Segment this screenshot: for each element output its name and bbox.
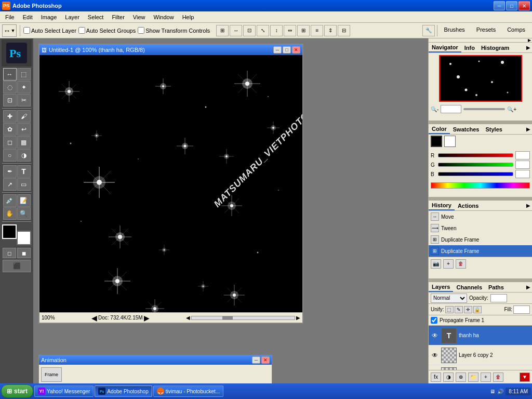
- lock-position[interactable]: ✛: [464, 306, 472, 313]
- auto-select-layer-checkbox[interactable]: Auto Select Layer: [23, 27, 76, 34]
- transform-icon-3[interactable]: ⊡: [243, 25, 256, 36]
- menu-layer[interactable]: Layer: [61, 13, 84, 21]
- history-new-state[interactable]: +: [443, 259, 454, 269]
- history-item-tween[interactable]: ⟿ Tween: [429, 222, 532, 234]
- layer-fx-btn[interactable]: fx: [431, 373, 441, 382]
- transform-icon-4[interactable]: ⤡: [257, 25, 269, 36]
- layers-panel-arrow[interactable]: ▶: [525, 284, 532, 291]
- transform-icon-9[interactable]: ⇕: [324, 25, 337, 36]
- tab-histogram[interactable]: Histogram: [478, 44, 512, 52]
- tab-styles[interactable]: Styles: [482, 125, 505, 134]
- color-background-swatch[interactable]: [444, 136, 456, 147]
- show-transform-checkbox[interactable]: Show Transform Controls: [138, 27, 210, 34]
- history-item-move[interactable]: ↔ Move: [429, 211, 532, 222]
- navigator-panel-arrow[interactable]: ▶: [525, 44, 532, 51]
- start-button[interactable]: ⊞ start: [1, 384, 33, 398]
- lock-pixels[interactable]: ✎: [455, 306, 463, 313]
- foreground-color[interactable]: [2, 224, 17, 239]
- layer-new-btn[interactable]: +: [481, 373, 491, 382]
- tab-channels[interactable]: Channels: [453, 283, 485, 291]
- comps-panel-btn[interactable]: Comps: [502, 25, 530, 36]
- layer-eye-thanh-ha[interactable]: 👁: [431, 331, 439, 340]
- crop-tool[interactable]: ⊡: [3, 94, 17, 107]
- menu-image[interactable]: Image: [37, 13, 61, 21]
- tab-info[interactable]: Info: [461, 44, 478, 52]
- menu-help[interactable]: Help: [178, 13, 198, 21]
- layers-scroll-down[interactable]: ▼: [520, 373, 530, 382]
- minimize-button[interactable]: ─: [494, 1, 505, 10]
- history-item-dup2[interactable]: ⊞ Duplicate Frame: [429, 245, 532, 257]
- blur-tool[interactable]: ○: [3, 149, 17, 162]
- zoom-tool[interactable]: 🔍: [17, 207, 31, 220]
- r-slider[interactable]: [438, 153, 513, 157]
- layer-item-thanh-ha[interactable]: 👁 T thanh ha: [429, 326, 532, 345]
- tab-swatches[interactable]: Swatches: [450, 125, 483, 134]
- b-value[interactable]: 255: [515, 170, 530, 178]
- tool-preset-button[interactable]: ↔ ▼: [2, 24, 17, 37]
- lasso-tool[interactable]: ◌: [3, 81, 17, 94]
- propagate-checkbox[interactable]: [431, 317, 437, 324]
- color-panel-arrow[interactable]: ▶: [525, 126, 532, 133]
- background-color[interactable]: [17, 231, 31, 245]
- menu-file[interactable]: File: [1, 13, 19, 21]
- color-spectrum[interactable]: [431, 182, 530, 189]
- layer-eye-copy2[interactable]: 👁: [431, 351, 439, 360]
- document-canvas[interactable]: MATSUMARU_VIETPHOTOSHOP: [39, 55, 302, 312]
- gradient-tool[interactable]: ▦: [17, 136, 31, 149]
- transform-icon-1[interactable]: ⊞: [216, 25, 229, 36]
- screen-mode[interactable]: ⬛: [3, 260, 31, 272]
- dodge-tool[interactable]: ◑: [17, 149, 31, 162]
- color-foreground-swatch[interactable]: [431, 136, 442, 147]
- layer-adjustment-btn[interactable]: ⊕: [456, 373, 466, 382]
- notes-tool[interactable]: 📝: [17, 194, 31, 207]
- transform-icon-10[interactable]: ⊟: [338, 25, 350, 36]
- nav-zoom-out[interactable]: 🔍-: [431, 107, 438, 112]
- menu-select[interactable]: Select: [84, 13, 108, 21]
- doc-close[interactable]: ✕: [292, 46, 300, 54]
- tab-navigator[interactable]: Navigator: [429, 43, 461, 52]
- brushes-panel-btn[interactable]: Brushes: [440, 25, 470, 36]
- hand-tool[interactable]: ✋: [3, 207, 17, 220]
- text-tool[interactable]: T: [17, 165, 31, 178]
- magic-wand[interactable]: ✦: [17, 81, 31, 94]
- g-value[interactable]: 255: [515, 161, 530, 169]
- clone-stamp[interactable]: ✿: [3, 123, 17, 136]
- history-panel-arrow[interactable]: ▶: [525, 202, 532, 209]
- g-slider[interactable]: [438, 163, 513, 167]
- b-slider[interactable]: [438, 172, 513, 176]
- doc-minimize[interactable]: ─: [273, 46, 282, 54]
- slice-tool[interactable]: ✂: [17, 94, 31, 107]
- history-brush[interactable]: ↩: [17, 123, 31, 136]
- quick-mask-mode[interactable]: ◼: [17, 248, 31, 258]
- fill-input[interactable]: 100%: [513, 305, 530, 314]
- tab-layers[interactable]: Layers: [429, 283, 453, 292]
- r-value[interactable]: 255: [515, 151, 530, 159]
- tab-actions[interactable]: Actions: [455, 202, 482, 210]
- layer-item-copy[interactable]: 👁 Layer 6 copy: [429, 365, 532, 370]
- marquee-tool[interactable]: ⬚: [17, 68, 31, 81]
- move-tool[interactable]: ↔: [3, 68, 17, 81]
- auto-select-groups-checkbox[interactable]: Auto Select Groups: [78, 27, 136, 34]
- anim-close[interactable]: ✕: [261, 356, 270, 364]
- history-item-dup1[interactable]: ⊞ Duplicate Frame: [429, 234, 532, 245]
- transform-icon-2[interactable]: ↔: [230, 25, 242, 36]
- shape-tool[interactable]: ▭: [17, 178, 31, 191]
- eyedropper-tool[interactable]: 💉: [3, 194, 17, 207]
- menu-edit[interactable]: Edit: [19, 13, 37, 21]
- layer-group-btn[interactable]: 📁: [468, 373, 478, 382]
- tab-paths[interactable]: Paths: [485, 283, 507, 291]
- doc-maximize[interactable]: □: [283, 46, 291, 54]
- brush-tool[interactable]: 🖌: [17, 110, 31, 123]
- opacity-input[interactable]: 100%: [490, 294, 507, 302]
- taskbar-yahoo[interactable]: Y! Yahoo! Messenger: [34, 385, 94, 397]
- lock-all[interactable]: 🔒: [473, 306, 482, 313]
- path-select[interactable]: ↗: [3, 178, 17, 191]
- taskbar-firefox[interactable]: 🦊 tivimau - Photobucket...: [153, 385, 224, 397]
- menu-window[interactable]: Window: [150, 13, 178, 21]
- transform-icon-7[interactable]: ⊞: [297, 25, 310, 36]
- extra-btn-1[interactable]: 🔧: [422, 25, 435, 36]
- panel-collapse-btn[interactable]: ▶: [528, 38, 531, 43]
- transform-icon-5[interactable]: ↕: [270, 25, 283, 36]
- transform-icon-8[interactable]: ≡: [311, 25, 323, 36]
- menu-filter[interactable]: Filter: [108, 13, 128, 21]
